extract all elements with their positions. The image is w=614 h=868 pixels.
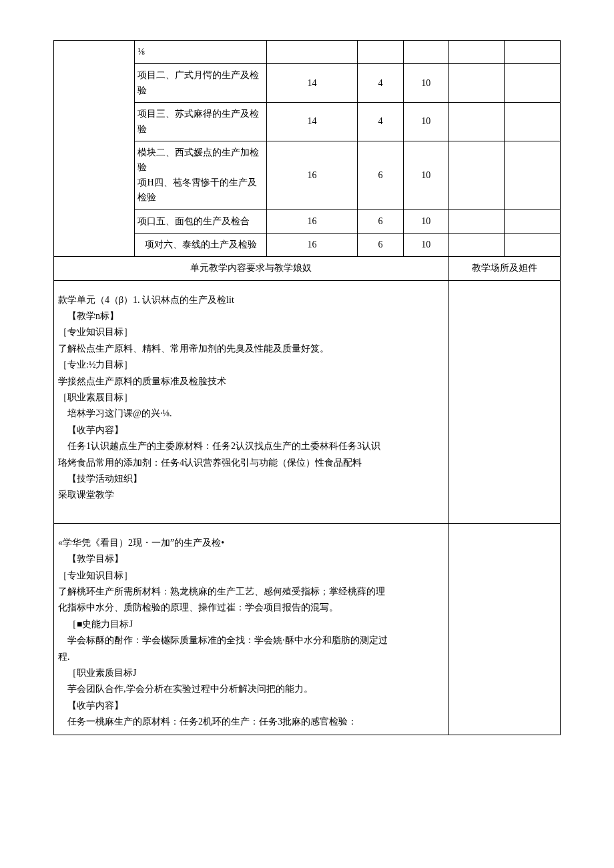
unit2-title: «学华凭《看目）2现・一加”的生产及检•: [58, 536, 444, 550]
unit2-zynl-l1: 学会标酥的酎作：学会樾际质量标准的全找：学会姚·酥中水分和脂肪的测定过: [58, 633, 444, 648]
cell-num: [448, 209, 504, 233]
unit1-act-body: 采取课堂教学: [58, 488, 444, 502]
cell-item: 项对六、泰线的土产及检验: [135, 233, 266, 256]
cell-num: 10: [403, 64, 448, 103]
cell-num: 6: [358, 233, 403, 256]
unit2-row: «学华凭《看目）2现・一加”的生产及检• 【敦学目标】 ［专业知识目标］ 了解桃…: [54, 523, 561, 735]
unit2-place: [448, 523, 560, 735]
cell-num: [505, 209, 561, 233]
unit1-row: 款学单元（4（β）1. 认识林点的生产及检lit 【教学n标】 ［专业知识目标］…: [54, 280, 561, 523]
cell-num: [505, 233, 561, 256]
cell-num: [448, 233, 504, 256]
cell-num: 10: [403, 141, 448, 209]
cell-num: 16: [266, 209, 358, 233]
cell-num: [505, 141, 561, 209]
cell-num: [505, 41, 561, 64]
unit1-content-hdr: 【收芋内容】: [58, 423, 444, 438]
unit1-zysz-body: 培林学习这门课@的兴·⅛.: [58, 406, 444, 421]
cell-num: [266, 41, 358, 64]
cell-num: [505, 103, 561, 141]
table-row: ⅛: [54, 41, 561, 64]
unit2-zynl-l2: 程.: [58, 650, 444, 665]
unit2-content: «学华凭《看目）2现・一加”的生产及检• 【敦学目标】 ［专业知识目标］ 了解桃…: [54, 523, 449, 735]
cell-num: 10: [403, 103, 448, 141]
unit1-content-l2: 珞烤食品常用的添加剂：任务4认识营养强化引与功能（保位）性食品配料: [58, 456, 444, 470]
cell-num: [403, 41, 448, 64]
cell-num: 16: [266, 141, 358, 209]
unit1-place: [448, 280, 560, 523]
unit1-zszk-body: 了解松点生产原料、精料、常用帝加剂的先臭及性能及质量好笈。: [58, 342, 444, 356]
unit2-zynl-hdr: ［■史能力目标J: [58, 617, 444, 632]
unit1-content-l1: 任务1认识越点生产的主委原材料：任务2认汉找点生产的土委林科任务3认识: [58, 439, 444, 454]
unit1-content: 款学单元（4（β）1. 认识林点的生产及检lit 【教学n标】 ［专业知识目标］…: [54, 280, 449, 523]
cell-num: 16: [266, 233, 358, 256]
cell-num: 10: [403, 233, 448, 256]
cell-num: [448, 64, 504, 103]
cell-num: 6: [358, 209, 403, 233]
cell-num: [358, 41, 403, 64]
cell-num: [448, 141, 504, 209]
cell-num: 14: [266, 103, 358, 141]
cell-num: 4: [358, 103, 403, 141]
row-index-cell: [54, 41, 135, 257]
unit2-zysz-body: 芋会团队合作,学会分析在实验过程中分析解决问把的能力。: [58, 682, 444, 697]
unit2-zysz-hdr: ［职业素质目标J: [58, 666, 444, 681]
cell-item: 项目三、苏式麻得的生产及检验: [135, 103, 266, 141]
section-header-right: 教学场所及妲件: [448, 257, 560, 280]
unit2-content-hdr: 【收芋内容】: [58, 699, 444, 713]
section-header-left: 单元教学内容要求与教学娘奴: [54, 257, 449, 280]
unit2-goals-hdr: 【敦学目标】: [58, 552, 444, 566]
cell-item: 项目二、广式月愕的生产及检验: [135, 64, 266, 103]
cell-num: 10: [403, 209, 448, 233]
cell-num: [448, 103, 504, 141]
unit1-title: 款学单元（4（β）1. 认识林点的生产及检lit: [58, 293, 444, 308]
unit2-zszk-l1: 了解桃环生产所需所材料：熟龙桃麻的生产工艺、感何殖受指标；掌经桃薛的理: [58, 584, 444, 599]
unit1-zynl-hdr: ［专业:½力目标］: [58, 358, 444, 372]
cell-item: 项口五、面包的生产及检合: [135, 209, 266, 233]
cell-item: 模块二、西式媛点的生产加检验 项H四、苞冬霄惨干的生产及检验: [135, 141, 266, 209]
cell-item: ⅛: [135, 41, 266, 64]
cell-num: 4: [358, 64, 403, 103]
unit2-content-l1: 任务一桃麻生产的原材料：任务2机环的生产：任务3批麻的感官检验：: [58, 715, 444, 729]
unit2-zszk-l2: 化指标中水分、质防检验的原理、操作过崔：学会项目报告的混写。: [58, 600, 444, 615]
cell-num: [505, 64, 561, 103]
document-table: ⅛ 项目二、广式月愕的生产及检验 14 4 10 项目三、苏式麻得的生产及检验 …: [53, 40, 561, 735]
unit2-zszk-hdr: ［专业知识目标］: [58, 568, 444, 583]
cell-num: 6: [358, 141, 403, 209]
unit1-goals-hdr: 【教学n标】: [58, 309, 444, 324]
unit1-zysz-hdr: ［职业素屐目标］: [58, 390, 444, 405]
cell-num: [448, 41, 504, 64]
unit1-zszk-hdr: ［专业知识目标］: [58, 325, 444, 340]
section-header-row: 单元教学内容要求与教学娘奴 教学场所及妲件: [54, 257, 561, 280]
unit1-act-hdr: 【技学活动妞织】: [58, 472, 444, 486]
cell-num: 14: [266, 64, 358, 103]
unit1-zynl-body: 学接然点生产原料的质量标准及检脸技术: [58, 374, 444, 389]
